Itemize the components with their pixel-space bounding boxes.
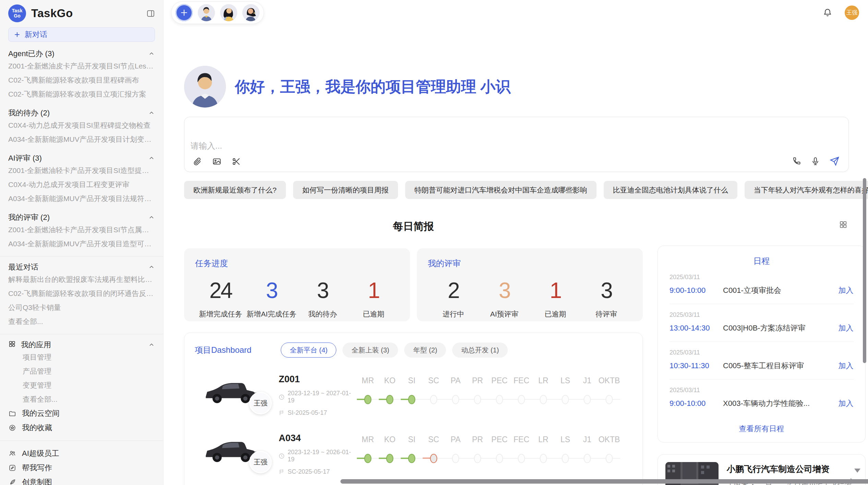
sidebar-item-cloud-space[interactable]: 我的云空间	[8, 406, 155, 421]
microphone-icon[interactable]	[811, 157, 820, 166]
member-avatar-2[interactable]	[220, 4, 237, 21]
milestone-dot[interactable]	[408, 454, 415, 463]
milestone-dot[interactable]	[540, 454, 547, 463]
chevron-up-icon[interactable]	[148, 50, 155, 57]
project-code[interactable]: Z001	[279, 374, 357, 385]
milestone-dot[interactable]	[606, 395, 613, 404]
task-item[interactable]: Z001-全新燃油轻卡产品开发项目SI造型提交物评审	[8, 163, 155, 177]
image-icon[interactable]	[212, 157, 221, 166]
task-item[interactable]: C0X4-动力总成开发项目工程变更评审	[8, 177, 155, 191]
chevron-up-icon[interactable]	[148, 110, 155, 116]
recent-header[interactable]: 最近对话	[8, 262, 155, 272]
phone-icon[interactable]	[792, 157, 801, 166]
chevron-up-icon[interactable]	[148, 155, 155, 162]
milestone-dot[interactable]	[452, 454, 459, 463]
task-item[interactable]: A034-全新新能源MUV产品开发项目法规符合性评审	[8, 191, 155, 206]
join-button[interactable]: 加入	[839, 285, 854, 296]
milestone-dot[interactable]	[584, 454, 591, 463]
task-item[interactable]: C02-飞腾新能源轻客改款项目里程碑画布	[8, 73, 155, 87]
milestone-dot[interactable]	[518, 395, 525, 404]
milestone-dot[interactable]	[474, 454, 481, 463]
attachment-icon[interactable]	[193, 157, 202, 166]
dashboard-tab[interactable]: 全新上装 (3)	[342, 343, 398, 358]
dashboard-tab[interactable]: 全新平台 (4)	[281, 343, 336, 358]
task-item[interactable]: A034-全新新能源MUV产品开发项目计划变更表编写	[8, 132, 155, 146]
scroll-right-arrow[interactable]	[851, 478, 855, 484]
milestone-dot[interactable]	[518, 454, 525, 463]
my-apps-header[interactable]: 我的应用	[8, 340, 155, 350]
app-item[interactable]: 项目管理	[8, 350, 155, 364]
milestone-dot[interactable]	[408, 395, 415, 404]
task-item[interactable]: A034-全新新能源MUV产品开发项目造型可行性评审	[8, 237, 155, 251]
project-code[interactable]: A034	[279, 433, 357, 444]
milestone-dot[interactable]	[562, 454, 569, 463]
group-header[interactable]: 我的待办 (2)	[8, 108, 155, 118]
task-item[interactable]: C0X4-动力总成开发项目SI里程碑提交物检查	[8, 118, 155, 132]
conversation-item[interactable]: C02-飞腾新能源轻客改款项目的闭环通告反馈情况	[8, 286, 155, 300]
milestone-dot[interactable]	[606, 454, 613, 463]
milestone-dot[interactable]	[430, 395, 437, 404]
member-avatar-3[interactable]	[242, 4, 260, 21]
dashboard-tab[interactable]: 年型 (2)	[404, 343, 446, 358]
suggestion-chip[interactable]: 比亚迪全固态电池计划具体说了什么	[604, 181, 737, 199]
task-item[interactable]: Z001-全新燃油轻卡产品开发项目SI节点属性5D文件评审	[8, 223, 155, 237]
folder-icon	[8, 410, 16, 417]
join-button[interactable]: 加入	[839, 398, 854, 409]
app-item[interactable]: 产品管理	[8, 364, 155, 378]
conversation-item[interactable]: 查看全部...	[8, 314, 155, 328]
project-owner-badge[interactable]: 王强	[249, 392, 272, 414]
group-header[interactable]: Agent已办 (3)	[8, 49, 155, 59]
chevron-up-icon[interactable]	[148, 341, 155, 348]
milestone-dot[interactable]	[496, 454, 503, 463]
user-avatar[interactable]: 王强	[845, 5, 859, 20]
milestone-dot[interactable]	[386, 395, 394, 404]
new-chat-button[interactable]: 新对话	[8, 27, 155, 42]
add-member-button[interactable]	[176, 4, 193, 21]
join-button[interactable]: 加入	[839, 361, 854, 371]
milestone-dot[interactable]	[474, 395, 481, 404]
conversation-item[interactable]: 解释最新出台的欧盟报废车法规再生塑料比例被调至15%...	[8, 272, 155, 286]
member-avatar-1[interactable]	[198, 4, 215, 21]
app-item[interactable]: 变更管理	[8, 378, 155, 392]
schedule-item: 2025/03/11 13:00-14:30 C003|H0B-方案冻结评审 加…	[670, 304, 854, 342]
suggestion-chip[interactable]: 特朗普可能对进口汽车增税会对中国车企造成哪些影响	[405, 181, 596, 199]
milestone-dot[interactable]	[430, 454, 437, 463]
conversation-item[interactable]: 公司Q3轻卡销量	[8, 300, 155, 314]
sidebar-collapse-icon[interactable]	[146, 9, 155, 18]
stat: 1 已逾期	[348, 278, 399, 319]
view-all-schedule-link[interactable]: 查看所有日程	[670, 424, 854, 434]
horizontal-scrollbar[interactable]	[340, 479, 868, 484]
milestone-dot[interactable]	[540, 395, 547, 404]
milestone-dot[interactable]	[562, 395, 569, 404]
milestone-dot[interactable]	[496, 395, 503, 404]
sidebar-item-write-helper[interactable]: 帮我写作	[8, 461, 155, 475]
project-owner-badge[interactable]: 王强	[249, 451, 272, 473]
notification-bell-icon[interactable]	[823, 8, 832, 17]
suggestion-chip[interactable]: 欧洲新规最近颁布了什么?	[184, 181, 286, 199]
send-icon[interactable]	[830, 156, 840, 166]
dashboard-tab[interactable]: 动总开发 (1)	[452, 343, 508, 358]
app-item[interactable]: 查看全部...	[8, 392, 155, 406]
sidebar-item-favorites[interactable]: 我的收藏	[8, 421, 155, 435]
milestone-dot[interactable]	[452, 395, 459, 404]
chevron-up-icon[interactable]	[148, 214, 155, 221]
scroll-down-arrow[interactable]	[854, 469, 860, 473]
chat-input[interactable]: 请输入...	[184, 117, 849, 172]
chevron-up-icon[interactable]	[148, 264, 155, 271]
suggestion-chip[interactable]: 当下年轻人对汽车外观有怎样的喜好趋势	[745, 181, 868, 199]
join-button[interactable]: 加入	[839, 323, 854, 333]
milestone-dot[interactable]	[584, 395, 591, 404]
group-header[interactable]: 我的评审 (2)	[8, 212, 155, 223]
sidebar-item-creative-draw[interactable]: 创意制图	[8, 475, 155, 485]
task-item[interactable]: Z001-全新燃油皮卡产品开发项目SI节点Lesson Learn报告	[8, 59, 155, 73]
milestone-dot[interactable]	[364, 395, 372, 404]
scissors-icon[interactable]	[232, 157, 241, 166]
task-item[interactable]: C02-飞腾新能源轻客改款项目立项汇报方案	[8, 87, 155, 101]
milestone-dot[interactable]	[386, 454, 394, 463]
suggestion-chip[interactable]: 如何写一份清晰的项目周报	[293, 181, 398, 199]
group-header[interactable]: AI评审 (3)	[8, 153, 155, 163]
milestone-dot[interactable]	[364, 454, 372, 463]
sidebar-item-ai-staff[interactable]: AI超级员工	[8, 446, 155, 461]
vertical-scrollbar[interactable]	[863, 178, 866, 363]
layout-grid-icon[interactable]	[839, 220, 847, 229]
